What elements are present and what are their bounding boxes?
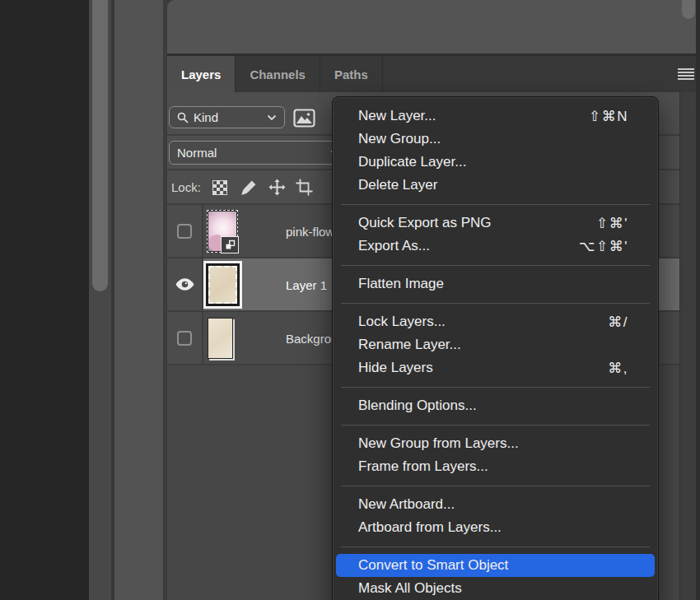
menu-separator (341, 486, 650, 486)
layer-thumbnail[interactable] (208, 318, 233, 359)
lock-image-pixels-button[interactable] (240, 179, 257, 196)
menu-item-blending-options[interactable]: Blending Options... (333, 394, 658, 417)
menu-item-shortcut: ⇧⌘' (596, 215, 628, 232)
menu-item-label: Frame from Layers... (358, 458, 628, 475)
menu-item-mask-all-objects[interactable]: Mask All Objects (333, 577, 658, 600)
menu-separator (341, 425, 650, 426)
visibility-toggle[interactable] (167, 312, 203, 364)
checkerboard-icon (212, 180, 227, 195)
visibility-toggle[interactable] (167, 258, 203, 310)
lock-transparent-pixels-button[interactable] (211, 179, 228, 196)
lock-position-button[interactable] (268, 179, 286, 196)
menu-item-label: New Layer... (358, 108, 589, 124)
canvas-area (0, 0, 89, 600)
menu-separator (341, 265, 650, 266)
tab-channels[interactable]: Channels (236, 56, 320, 92)
chevron-down-icon (267, 114, 277, 121)
menu-item-flatten-image[interactable]: Flatten Image (333, 272, 658, 295)
dock-gutter (114, 0, 163, 600)
menu-item-label: Delete Layer (358, 177, 628, 193)
tab-paths[interactable]: Paths (320, 56, 383, 92)
menu-item-label: Flatten Image (358, 276, 628, 292)
menu-item-new-group-from-layers[interactable]: New Group from Layers... (333, 432, 658, 455)
panel-scroll-gutter[interactable] (679, 92, 696, 600)
menu-separator (341, 547, 650, 547)
menu-item-shortcut: ⌥⇧⌘' (579, 238, 628, 255)
menu-item-frame-from-layers[interactable]: Frame from Layers... (333, 455, 658, 478)
menu-item-label: Rename Layer... (358, 337, 628, 353)
panel-menu-icon[interactable] (678, 68, 694, 80)
menu-item-export-as[interactable]: Export As...⌥⇧⌘' (333, 235, 658, 258)
menu-item-label: Mask All Objects (358, 580, 628, 597)
menu-item-label: Duplicate Layer... (358, 154, 628, 170)
filter-kind-dropdown[interactable]: Kind (169, 106, 285, 128)
menu-item-artboard-from-layers[interactable]: Artboard from Layers... (333, 516, 658, 539)
move-icon (268, 179, 286, 196)
panel-tabs: LayersChannelsPaths (167, 56, 383, 92)
menu-item-label: Convert to Smart Object (358, 557, 628, 574)
menu-item-convert-to-smart-object[interactable]: Convert to Smart Object (336, 554, 655, 577)
filter-pixel-layers-button[interactable] (292, 108, 316, 128)
menu-item-delete-layer[interactable]: Delete Layer (333, 174, 658, 197)
visibility-toggle[interactable] (167, 205, 203, 257)
tab-label: Channels (250, 67, 306, 81)
menu-item-quick-export-as-png[interactable]: Quick Export as PNG⇧⌘' (333, 212, 658, 235)
blend-mode-value: Normal (177, 146, 217, 160)
menu-item-duplicate-layer[interactable]: Duplicate Layer... (333, 151, 658, 174)
menu-separator (341, 303, 650, 304)
tab-label: Paths (334, 67, 368, 81)
menu-item-shortcut: ⇧⌘N (589, 108, 628, 125)
menu-item-shortcut: ⌘, (608, 360, 628, 377)
brush-icon (240, 179, 257, 196)
layers-context-menu: New Layer...⇧⌘NNew Group...Duplicate Lay… (332, 96, 659, 600)
menu-item-label: New Group from Layers... (358, 435, 628, 452)
panel-tab-bar: LayersChannelsPaths (167, 56, 700, 92)
photoshop-workspace-region: LayersChannelsPaths Kind (0, 0, 700, 600)
filter-kind-value: Kind (194, 110, 218, 124)
menu-item-label: Quick Export as PNG (358, 215, 596, 231)
tab-layers[interactable]: Layers (167, 56, 236, 92)
menu-item-new-group[interactable]: New Group... (333, 128, 658, 151)
visibility-checkbox-empty (177, 331, 192, 346)
blend-mode-dropdown[interactable]: Normal (169, 141, 348, 165)
menu-item-new-artboard[interactable]: New Artboard... (333, 493, 658, 516)
menu-item-label: Lock Layers... (358, 314, 608, 330)
document-scrollbar-thumb[interactable] (92, 0, 108, 291)
menu-item-label: Artboard from Layers... (358, 519, 628, 536)
menu-item-new-layer[interactable]: New Layer...⇧⌘N (333, 105, 658, 128)
layer-thumbnail[interactable] (203, 261, 242, 309)
menu-item-lock-layers[interactable]: Lock Layers...⌘/ (333, 310, 658, 333)
menu-item-rename-layer[interactable]: Rename Layer... (333, 333, 658, 356)
image-icon (293, 109, 315, 128)
menu-item-label: Blending Options... (358, 398, 628, 414)
visibility-checkbox-empty (177, 224, 192, 239)
search-icon (177, 112, 189, 123)
upper-panel (167, 0, 700, 56)
menu-item-shortcut: ⌘/ (608, 314, 628, 331)
menu-item-hide-layers[interactable]: Hide Layers⌘, (333, 356, 658, 379)
document-scrollbar-track[interactable] (89, 0, 111, 600)
menu-item-label: Export As... (358, 238, 579, 254)
menu-separator (341, 387, 650, 388)
tab-label: Layers (181, 67, 221, 81)
menu-item-label: New Artboard... (358, 496, 628, 513)
eye-icon (175, 278, 194, 291)
lock-artboard-button[interactable] (296, 179, 313, 196)
panel-right-edge (696, 0, 700, 600)
paper-image (208, 266, 237, 304)
upper-panel-scrollbar-thumb[interactable] (682, 0, 695, 19)
layer-name: Layer 1 (286, 277, 327, 291)
smart-object-badge-icon (221, 236, 239, 253)
menu-separator (341, 204, 650, 205)
menu-item-label: Hide Layers (358, 360, 608, 376)
artboard-icon (296, 179, 313, 196)
menu-item-label: New Group... (358, 131, 628, 147)
layer-thumbnail[interactable] (207, 210, 238, 253)
lock-label: Lock: (171, 170, 201, 203)
